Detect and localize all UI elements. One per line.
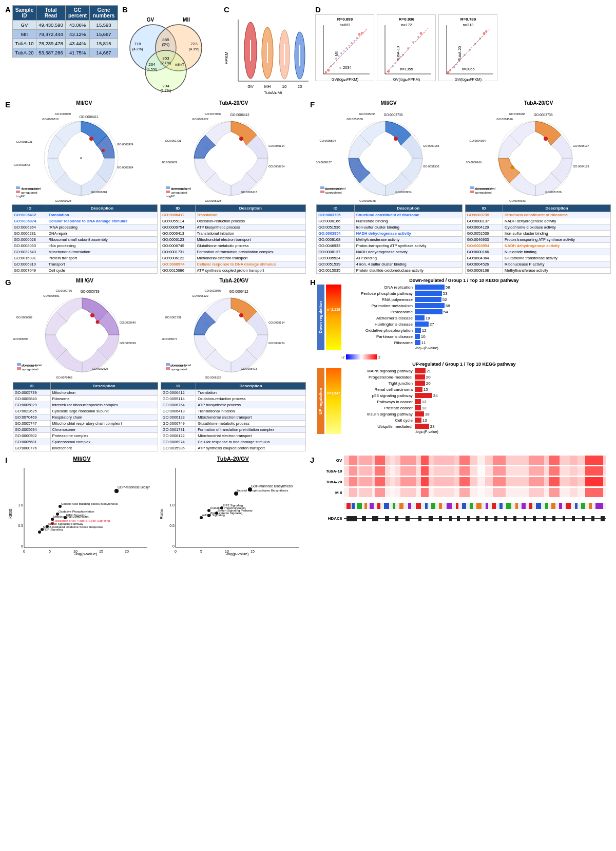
table-row: GO:0070469Respiratory chain (13, 414, 158, 421)
svg-text:EIF2 Signaling: EIF2 Signaling (66, 514, 86, 517)
svg-rect-336 (416, 503, 421, 509)
color-gradient (346, 354, 377, 360)
e-left-title: MII/GV (12, 100, 157, 106)
panel-j-label: J (310, 456, 314, 464)
svg-rect-326 (346, 503, 351, 509)
svg-point-41 (351, 42, 353, 44)
svg-rect-281 (390, 466, 395, 476)
svg-point-38 (335, 58, 337, 60)
violin-plot: FPKM GV MH 10 2 (224, 14, 310, 94)
table-row: GO:0000776kinetochore (13, 445, 158, 451)
svg-text:1.0: 1.0 (18, 503, 23, 507)
bar-row: Huntington's disease 27 (343, 322, 611, 327)
svg-point-49 (361, 32, 363, 34)
svg-rect-131 (166, 191, 170, 193)
table-row: GO:0051536Iron-sulfur cluster binding (465, 231, 610, 237)
kegg-down-title: Down-regulated / Group 1 / Top 10 KEGG p… (317, 278, 611, 283)
bar-row: p53 signaling pathway 34 (343, 393, 611, 398)
circular-e-right: TubA-20/GV (162, 100, 306, 203)
svg-rect-333 (393, 503, 395, 509)
svg-rect-129 (166, 186, 170, 189)
table-row: GO:0006974Cellular response to dna damag… (161, 439, 305, 445)
svg-point-191 (205, 323, 209, 327)
svg-text:0: 0 (23, 550, 25, 553)
svg-text:-log(p-value): -log(p-value) (74, 552, 98, 556)
svg-text:10: 10 (225, 550, 229, 553)
svg-rect-331 (377, 503, 380, 509)
bar-row: Pentose phosphate pathway 53 (343, 291, 611, 296)
svg-rect-300 (434, 477, 454, 486)
svg-rect-367 (406, 516, 410, 521)
panel-g-label: G (5, 278, 11, 287)
circular-plot-e-left: GO:0006412 GO:0006974 GO:0006364 GO:0006… (12, 107, 150, 202)
svg-point-48 (358, 33, 361, 36)
svg-rect-334 (399, 503, 403, 509)
svg-point-137 (361, 166, 364, 169)
svg-rect-280 (375, 466, 385, 476)
col-gc: GC percent (65, 6, 89, 21)
svg-point-45 (343, 50, 345, 52)
bar-row: Pathways in cancer 12 (343, 399, 611, 404)
svg-text:0: 0 (172, 544, 175, 548)
svg-rect-112 (16, 191, 20, 193)
circular-g-right: TubA-20/GV (162, 278, 306, 381)
svg-rect-324 (585, 488, 603, 497)
svg-text:GO:0005829: GO:0005829 (120, 342, 136, 345)
bar-row: RNA polymerase 52 (343, 297, 611, 302)
svg-rect-357 (575, 503, 578, 509)
svg-rect-292 (585, 466, 603, 476)
svg-text:GO:0055114: GO:0055114 (268, 144, 285, 147)
table-row: GO:0006122Michondrial electron transport (161, 255, 306, 261)
figure-container: A Sample ID Total Read GC percent Gene n… (0, 0, 616, 574)
svg-text:10: 10 (282, 84, 287, 89)
svg-text:downregulated: downregulated (171, 187, 191, 190)
svg-point-249 (234, 491, 238, 496)
svg-rect-275 (570, 456, 578, 465)
svg-text:0: 0 (21, 544, 23, 548)
kegg-up-bars: MAPK signaling pathway 21 Progesterone-m… (343, 368, 611, 434)
table-row: GO:0006754ATP biosynthetic process (161, 224, 306, 231)
svg-rect-272 (513, 456, 518, 465)
svg-rect-294 (349, 477, 357, 486)
svg-text:downregulated: downregulated (171, 364, 191, 367)
panel-e: E MII/GV (5, 100, 306, 274)
f-table-right: IDDescription GO:0003735Structural const… (465, 204, 611, 274)
svg-rect-269 (459, 456, 470, 465)
panel-e-label: E (5, 100, 10, 109)
svg-text:GO:0008137: GO:0008137 (316, 161, 332, 164)
table-row: GO:0008137NADH dehydrogenase activity (317, 249, 462, 255)
panel-d-label: D (315, 5, 321, 14)
svg-rect-386 (591, 516, 594, 521)
svg-rect-267 (421, 456, 429, 465)
table-row: GO:0046933Proton-transporting ATP syntha… (317, 243, 462, 249)
svg-rect-387 (601, 516, 605, 521)
svg-rect-345 (486, 503, 488, 509)
svg-text:GO:0005681: GO:0005681 (43, 294, 60, 297)
svg-text:downregulated: downregulated (21, 187, 41, 190)
svg-rect-364 (372, 516, 378, 521)
svg-text:GO:0046933: GO:0046933 (509, 199, 526, 202)
scatter-tuba10: R=0.936 n=172 TubA-10 (377, 14, 436, 81)
svg-rect-204 (166, 367, 170, 370)
svg-rect-342 (462, 503, 466, 509)
svg-rect-339 (439, 503, 442, 509)
table-row: GO:0022625Cytosolic large ribosomal subu… (13, 408, 158, 414)
svg-rect-268 (434, 456, 454, 465)
svg-text:GO:0003735: GO:0003735 (384, 113, 403, 117)
svg-rect-365 (385, 516, 389, 521)
panel-f: F MII/GV (310, 100, 611, 274)
table-row: GO:0006412Translation (161, 212, 306, 218)
svg-rect-186 (17, 367, 21, 370)
svg-rect-370 (439, 516, 442, 521)
table-row: GO:0008168Methyltransferase activity (317, 237, 462, 243)
svg-rect-299 (421, 477, 429, 486)
svg-text:TubA-10: TubA-10 (396, 46, 400, 61)
svg-rect-332 (384, 503, 389, 509)
svg-rect-341 (456, 503, 458, 509)
svg-text:GO:0006974: GO:0006974 (117, 143, 133, 146)
svg-rect-368 (418, 516, 421, 521)
svg-rect-371 (449, 516, 452, 521)
svg-rect-310 (349, 488, 357, 497)
track-gv: GV (316, 456, 611, 465)
svg-text:GO:0006364: GO:0006364 (117, 166, 133, 169)
